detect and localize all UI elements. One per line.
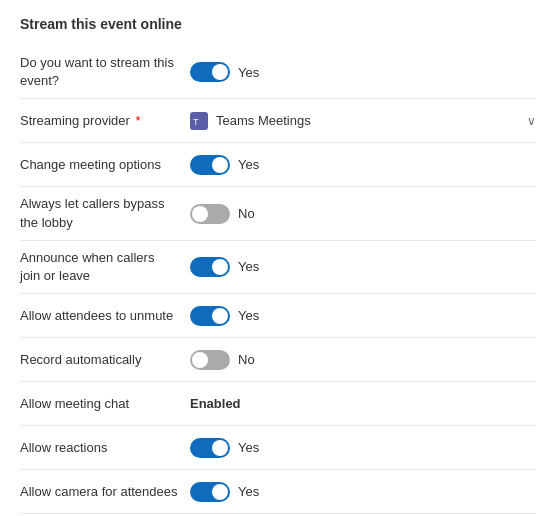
streaming-provider-row: Streaming provider * T Teams Meetings ∨	[20, 99, 536, 143]
announce-callers-toggle[interactable]	[190, 257, 230, 277]
stream-event-value: Yes	[190, 62, 536, 82]
chevron-down-icon: ∨	[527, 114, 536, 128]
announce-callers-label: Announce when callers join or leave	[20, 249, 190, 285]
record-auto-toggle-label: No	[238, 352, 255, 367]
teams-icon: T	[190, 112, 208, 130]
stream-event-toggle-wrapper: Yes	[190, 62, 259, 82]
change-meeting-options-toggle-label: Yes	[238, 157, 259, 172]
bypass-lobby-value: No	[190, 204, 536, 224]
allow-reactions-row: Allow reactions Yes	[20, 426, 536, 470]
announce-callers-toggle-label: Yes	[238, 259, 259, 274]
change-meeting-options-value: Yes	[190, 155, 536, 175]
meeting-chat-row: Allow meeting chat Enabled	[20, 382, 536, 426]
bypass-lobby-toggle[interactable]	[190, 204, 230, 224]
record-auto-toggle-wrapper: No	[190, 350, 255, 370]
stream-event-toggle[interactable]	[190, 62, 230, 82]
allow-reactions-knob	[212, 440, 228, 456]
dropdown-left: T Teams Meetings	[190, 112, 311, 130]
bypass-lobby-toggle-label: No	[238, 206, 255, 221]
camera-attendees-label: Allow camera for attendees	[20, 483, 190, 501]
change-meeting-options-row: Change meeting options Yes	[20, 143, 536, 187]
record-auto-value: No	[190, 350, 536, 370]
stream-event-row: Do you want to stream this event? Yes	[20, 46, 536, 99]
streaming-provider-value: T Teams Meetings ∨	[190, 112, 536, 130]
streaming-provider-label: Streaming provider *	[20, 112, 190, 130]
bypass-lobby-toggle-wrapper: No	[190, 204, 255, 224]
allow-reactions-toggle-label: Yes	[238, 440, 259, 455]
record-auto-toggle[interactable]	[190, 350, 230, 370]
change-meeting-options-toggle[interactable]	[190, 155, 230, 175]
allow-reactions-value: Yes	[190, 438, 536, 458]
camera-attendees-toggle-label: Yes	[238, 484, 259, 499]
allow-unmute-toggle-wrapper: Yes	[190, 306, 259, 326]
record-auto-label: Record automatically	[20, 351, 190, 369]
camera-attendees-value: Yes	[190, 482, 536, 502]
allow-unmute-toggle[interactable]	[190, 306, 230, 326]
allow-unmute-toggle-label: Yes	[238, 308, 259, 323]
stream-event-label: Do you want to stream this event?	[20, 54, 190, 90]
change-meeting-options-label: Change meeting options	[20, 156, 190, 174]
allow-unmute-value: Yes	[190, 306, 536, 326]
allow-unmute-knob	[212, 308, 228, 324]
announce-callers-row: Announce when callers join or leave Yes	[20, 241, 536, 294]
allow-unmute-label: Allow attendees to unmute	[20, 307, 190, 325]
stream-event-toggle-label: Yes	[238, 65, 259, 80]
change-meeting-options-toggle-wrapper: Yes	[190, 155, 259, 175]
stream-event-toggle-knob	[212, 64, 228, 80]
svg-text:T: T	[193, 117, 199, 127]
camera-attendees-knob	[212, 484, 228, 500]
change-meeting-options-knob	[212, 157, 228, 173]
camera-attendees-toggle[interactable]	[190, 482, 230, 502]
announce-callers-toggle-wrapper: Yes	[190, 257, 259, 277]
allow-unmute-row: Allow attendees to unmute Yes	[20, 294, 536, 338]
bypass-lobby-label: Always let callers bypass the lobby	[20, 195, 190, 231]
record-auto-knob	[192, 352, 208, 368]
required-asterisk: *	[135, 113, 140, 128]
allow-reactions-label: Allow reactions	[20, 439, 190, 457]
stream-event-panel: Stream this event online Do you want to …	[0, 0, 556, 516]
allow-reactions-toggle[interactable]	[190, 438, 230, 458]
streaming-provider-dropdown[interactable]: T Teams Meetings ∨	[190, 112, 536, 130]
meeting-chat-value: Enabled	[190, 396, 536, 411]
announce-callers-knob	[212, 259, 228, 275]
bypass-lobby-knob	[192, 206, 208, 222]
camera-attendees-row: Allow camera for attendees Yes	[20, 470, 536, 514]
record-auto-row: Record automatically No	[20, 338, 536, 382]
announce-callers-value: Yes	[190, 257, 536, 277]
meeting-chat-label: Allow meeting chat	[20, 395, 190, 413]
allow-reactions-toggle-wrapper: Yes	[190, 438, 259, 458]
meeting-chat-status: Enabled	[190, 396, 241, 411]
camera-attendees-toggle-wrapper: Yes	[190, 482, 259, 502]
panel-title: Stream this event online	[20, 16, 536, 32]
bypass-lobby-row: Always let callers bypass the lobby No	[20, 187, 536, 240]
streaming-provider-name: Teams Meetings	[216, 113, 311, 128]
